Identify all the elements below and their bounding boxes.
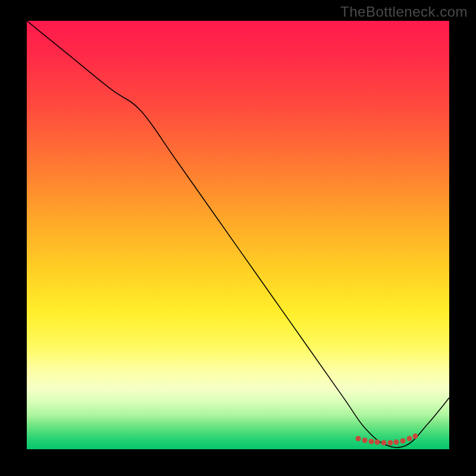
min-marker: [406, 436, 412, 441]
curve-path: [27, 21, 449, 447]
min-marker: [381, 440, 386, 446]
min-marker: [375, 440, 380, 445]
min-marker: [387, 440, 393, 446]
plot-area: [27, 21, 449, 449]
min-marker: [362, 437, 368, 443]
min-marker: [368, 439, 374, 444]
min-marker: [413, 434, 418, 439]
min-marker: [356, 436, 361, 441]
main-curve: [27, 21, 449, 449]
min-marker: [394, 439, 399, 444]
min-marker: [400, 438, 405, 443]
chart-frame: TheBottleneck.com: [0, 0, 476, 476]
watermark-text: TheBottleneck.com: [340, 4, 468, 20]
